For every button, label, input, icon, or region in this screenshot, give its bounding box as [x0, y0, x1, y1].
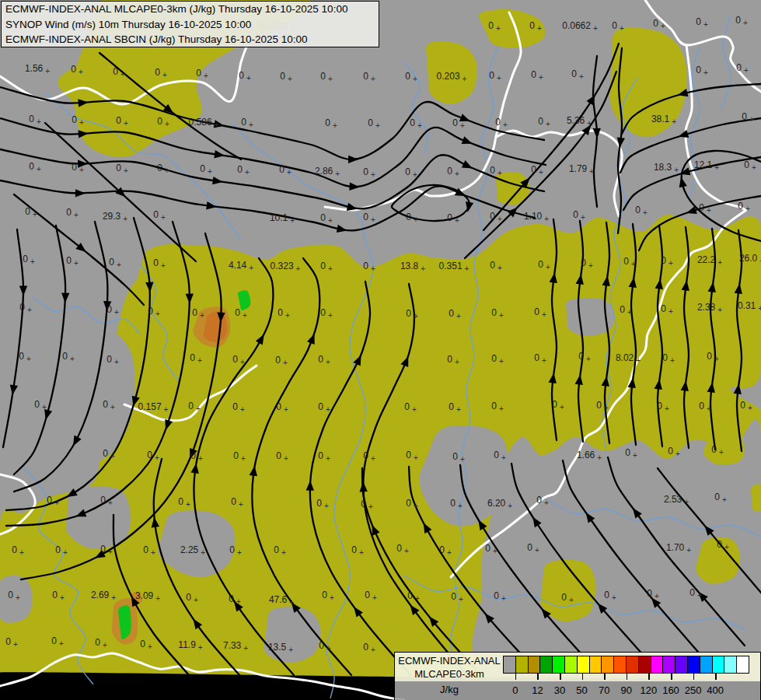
station-cross-icon: +: [627, 308, 632, 317]
station-cross-icon: +: [151, 548, 155, 557]
station-value: 0+: [47, 493, 59, 507]
station-cross-icon: +: [631, 260, 636, 268]
station-cross-icon: +: [45, 67, 50, 75]
station-cross-icon: +: [560, 403, 564, 411]
station-cross-icon: +: [161, 213, 166, 222]
station-value: 0+: [696, 15, 708, 29]
station-cross-icon: +: [493, 547, 497, 555]
legend-tick: [604, 674, 606, 680]
station-cross-icon: +: [499, 311, 504, 320]
station-cross-icon: +: [19, 548, 24, 557]
station-value: 0+: [320, 306, 333, 320]
station-cross-icon: +: [124, 119, 128, 128]
legend-color-swatch: [589, 656, 602, 674]
station-value: 0+: [699, 399, 711, 413]
station-cross-icon: +: [714, 355, 719, 363]
station-cross-icon: +: [324, 502, 329, 510]
legend-color-swatch: [577, 656, 590, 674]
station-value: 0+: [186, 590, 198, 604]
station-cross-icon: +: [123, 215, 127, 223]
station-cross-icon: +: [459, 595, 463, 604]
station-cross-icon: +: [27, 306, 32, 314]
station-cross-icon: +: [586, 355, 591, 363]
legend-title-line1: ECMWF-INDEX-ANAL: [395, 654, 504, 667]
legend-tick: [537, 674, 539, 680]
station-cross-icon: +: [597, 453, 602, 462]
station-cross-icon: +: [249, 121, 253, 129]
station-cross-icon: +: [243, 644, 248, 653]
station-value: 0+: [276, 449, 288, 463]
legend-color-swatch: [662, 656, 675, 674]
station-cross-icon: +: [16, 593, 20, 602]
station-cross-icon: +: [458, 502, 463, 510]
station-cross-icon: +: [111, 593, 116, 602]
legend-color-swatch: [601, 656, 614, 674]
station-value: 0+: [711, 443, 724, 457]
station-value: 0+: [66, 254, 79, 268]
station-value: 2.69+: [91, 588, 116, 602]
station-value: 0+: [439, 543, 452, 557]
station-cross-icon: +: [54, 499, 59, 507]
station-value: 2.86+: [315, 164, 340, 178]
station-cross-icon: +: [455, 358, 459, 366]
station-value: 0+: [196, 66, 208, 80]
station-cross-icon: +: [414, 312, 418, 320]
station-value: 0+: [406, 210, 418, 224]
station-cross-icon: +: [59, 639, 64, 648]
station-cross-icon: +: [569, 596, 574, 604]
station-cross-icon: +: [289, 598, 294, 607]
station-cross-icon: +: [70, 355, 75, 363]
station-value: 0+: [320, 211, 333, 225]
station-value: 0+: [100, 493, 113, 507]
station-cross-icon: +: [684, 498, 689, 506]
station-value: 0+: [116, 114, 128, 128]
station-cross-icon: +: [686, 546, 691, 555]
station-value: 0+: [668, 444, 680, 458]
station-value: 0+: [363, 69, 375, 83]
station-value: 18.3+: [654, 160, 679, 174]
station-value: 0+: [72, 160, 84, 174]
station-cross-icon: +: [285, 311, 290, 320]
station-value: 38.1+: [651, 112, 676, 126]
station-cross-icon: +: [752, 163, 756, 172]
station-value: 8.02+: [616, 351, 641, 365]
station-cross-icon: +: [328, 311, 333, 320]
station-value: 0+: [318, 400, 330, 414]
station-cross-icon: +: [612, 593, 616, 602]
station-value: 0+: [536, 493, 549, 507]
station-cross-icon: +: [240, 405, 245, 414]
station-value: 0+: [581, 256, 593, 270]
station-cross-icon: +: [110, 403, 115, 411]
station-cross-icon: +: [587, 119, 592, 128]
station-value: 1.10+: [524, 209, 549, 223]
station-value: 0+: [19, 349, 31, 363]
station-value: 0+: [106, 303, 119, 317]
station-value: 0+: [241, 115, 253, 129]
station-value: 0+: [5, 635, 18, 649]
station-value: 0+: [229, 592, 241, 606]
station-value: 0+: [531, 68, 543, 82]
station-cross-icon: +: [30, 257, 35, 266]
station-cross-icon: +: [497, 264, 502, 272]
station-value: 0+: [363, 165, 375, 179]
station-value: 0+: [538, 257, 550, 271]
station-value: 0+: [604, 588, 616, 602]
station-value: 0+: [447, 164, 459, 178]
station-value: 0+: [200, 162, 212, 176]
station-value: 0+: [72, 113, 84, 127]
station-cross-icon: +: [186, 500, 190, 509]
station-cross-icon: +: [413, 170, 417, 179]
station-cross-icon: +: [117, 261, 121, 269]
station-cross-icon: +: [215, 121, 219, 129]
station-value: 3.09+: [135, 589, 160, 603]
station-cross-icon: +: [499, 357, 504, 366]
station-value: 0.203+: [437, 69, 467, 83]
station-cross-icon: +: [155, 453, 159, 462]
legend-tick: [671, 674, 672, 680]
station-cross-icon: +: [371, 264, 375, 273]
station-cross-icon: +: [287, 168, 291, 177]
station-cross-icon: +: [404, 547, 409, 555]
station-cross-icon: +: [674, 166, 679, 174]
station-value: 0+: [662, 351, 675, 365]
station-value: 0+: [19, 300, 32, 314]
